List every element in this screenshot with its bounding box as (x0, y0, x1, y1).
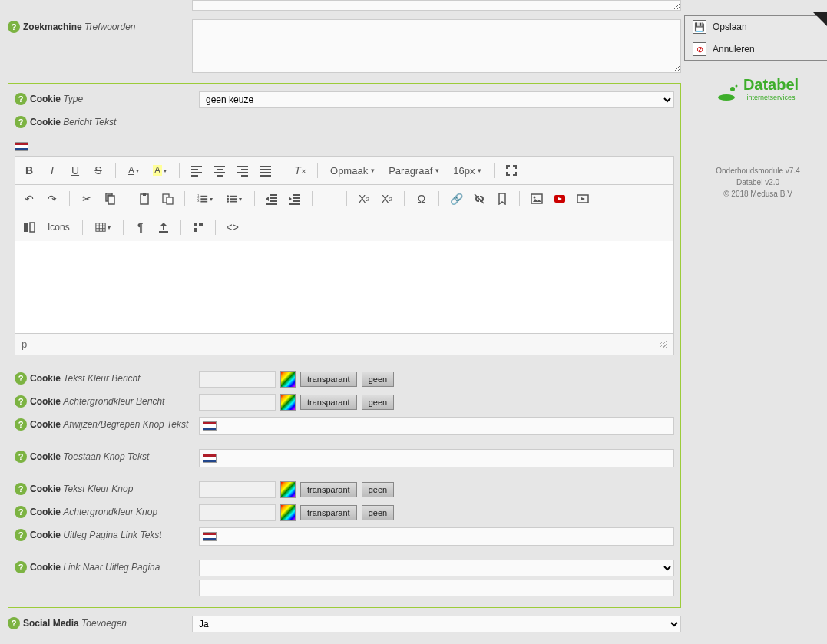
fullscreen-button[interactable] (501, 160, 522, 181)
paragraph-select[interactable]: Paragraaf ▾ (382, 160, 445, 181)
help-icon[interactable]: ? (15, 418, 27, 431)
video-button[interactable] (572, 188, 594, 210)
source-button[interactable]: <> (222, 216, 243, 238)
help-icon[interactable]: ? (15, 451, 27, 463)
youtube-button[interactable] (549, 188, 571, 210)
color-input[interactable] (199, 481, 276, 498)
paste-text-button[interactable] (157, 188, 178, 210)
cancel-button[interactable]: ⊘ Annuleren (685, 38, 827, 60)
social-media-toevoegen-select[interactable]: Ja (192, 616, 681, 632)
unordered-list-button[interactable]: ▾ (220, 188, 248, 210)
textarea-above[interactable] (192, 0, 681, 11)
ordered-list-button[interactable]: 123▾ (191, 188, 219, 210)
logo: Databel internetservices (689, 61, 827, 119)
unlink-button[interactable] (468, 188, 490, 210)
indent-button[interactable] (284, 188, 306, 210)
help-icon[interactable]: ? (15, 93, 27, 105)
align-left-button[interactable] (186, 160, 207, 181)
transparant-button[interactable]: transparant (300, 505, 357, 520)
color-picker-icon[interactable] (280, 371, 296, 388)
cookie-type-select[interactable]: geen keuze (199, 91, 674, 108)
transparant-button[interactable]: transparant (300, 372, 357, 387)
link-uitleg-select[interactable] (199, 560, 674, 576)
paste-button[interactable] (134, 188, 155, 210)
icons-button[interactable]: Icons (41, 216, 76, 238)
bold-button[interactable]: B (18, 160, 40, 181)
text-input-nl[interactable] (199, 417, 674, 435)
help-icon[interactable]: ? (15, 483, 27, 495)
align-center-button[interactable] (209, 160, 230, 181)
geen-button[interactable]: geen (362, 505, 394, 520)
italic-button[interactable]: I (41, 160, 63, 181)
form-row-cookie-type: ? Cookie Type geen keuze (15, 88, 674, 111)
zoekmachine-trefwoorden-textarea[interactable] (192, 19, 681, 73)
svg-point-7 (227, 195, 229, 197)
geen-button[interactable]: geen (362, 395, 394, 410)
color-picker-icon[interactable] (280, 481, 296, 498)
columns-button[interactable] (18, 216, 40, 238)
subscript-button[interactable]: X2 (353, 188, 375, 210)
undo-button[interactable]: ↶ (18, 188, 40, 210)
action-panel: 💾 Opslaan ⊘ Annuleren (684, 15, 827, 61)
label: Cookie Achtergrondkleur Knop (30, 507, 157, 517)
color-input[interactable] (199, 394, 276, 411)
strikethrough-button[interactable]: S (88, 160, 109, 181)
image-button[interactable] (526, 188, 547, 210)
align-justify-button[interactable] (255, 160, 276, 181)
geen-button[interactable]: geen (362, 372, 394, 387)
flag-nl-icon (203, 421, 217, 431)
flag-nl-icon (203, 454, 217, 463)
save-button[interactable]: 💾 Opslaan (685, 16, 827, 38)
link-uitleg-extra-input[interactable] (199, 580, 674, 596)
table-button[interactable]: ▾ (89, 216, 117, 238)
special-char-button[interactable]: Ω (411, 188, 432, 210)
form-row-cookie-toestaan-knop-tekst: ? Cookie Toestaan Knop Tekst (15, 446, 674, 471)
label: Zoekmachine Trefwoorden (23, 21, 136, 32)
link-button[interactable]: 🔗 (445, 188, 467, 210)
pilcrow-button[interactable]: ¶ (130, 216, 151, 238)
format-select[interactable]: Opmaak ▾ (324, 160, 381, 181)
help-icon[interactable]: ? (15, 395, 27, 408)
find-replace-button[interactable] (187, 216, 209, 238)
text-color-button[interactable]: A ▾ (122, 160, 145, 181)
text-input-nl[interactable] (199, 449, 674, 467)
editor-resize-handle[interactable] (660, 341, 667, 348)
svg-point-20 (730, 87, 735, 91)
help-icon[interactable]: ? (8, 21, 20, 33)
editor-content-area[interactable] (15, 241, 673, 333)
align-right-button[interactable] (232, 160, 253, 181)
background-color-button[interactable]: A ▾ (147, 160, 173, 181)
save-icon: 💾 (693, 20, 706, 34)
color-picker-icon[interactable] (280, 394, 296, 411)
transparant-button[interactable]: transparant (300, 482, 357, 497)
cut-button[interactable]: ✂ (76, 188, 98, 210)
transparant-button[interactable]: transparant (300, 395, 357, 410)
form-row-cookie-tekstkleur-bericht: ? Cookie Tekst Kleur Bericht transparant… (15, 368, 674, 391)
logo-icon (717, 84, 739, 101)
help-icon[interactable]: ? (15, 506, 27, 518)
help-icon[interactable]: ? (8, 617, 20, 629)
form-row-zoekmachine-trefwoorden: ? Zoekmachine Trefwoorden (8, 16, 681, 78)
svg-rect-3 (167, 197, 173, 204)
horizontal-rule-button[interactable]: — (319, 188, 340, 210)
text-input-nl[interactable] (199, 527, 674, 546)
upload-button[interactable] (153, 216, 174, 238)
clear-format-button[interactable]: T× (289, 160, 311, 181)
underline-button[interactable]: U (65, 160, 86, 181)
fontsize-select[interactable]: 16px ▾ (447, 160, 488, 181)
help-icon[interactable]: ? (15, 116, 27, 128)
geen-button[interactable]: geen (362, 482, 394, 497)
redo-button[interactable]: ↷ (41, 188, 63, 210)
color-input[interactable] (199, 371, 276, 388)
color-picker-icon[interactable] (280, 504, 296, 521)
help-icon[interactable]: ? (15, 529, 27, 541)
bookmark-button[interactable] (491, 188, 513, 210)
superscript-button[interactable]: X2 (376, 188, 398, 210)
svg-point-19 (718, 94, 735, 101)
outdent-button[interactable] (261, 188, 283, 210)
color-input[interactable] (199, 504, 276, 521)
copy-button[interactable] (99, 188, 121, 210)
help-icon[interactable]: ? (15, 372, 27, 385)
help-icon[interactable]: ? (15, 561, 27, 573)
svg-rect-15 (30, 223, 35, 232)
